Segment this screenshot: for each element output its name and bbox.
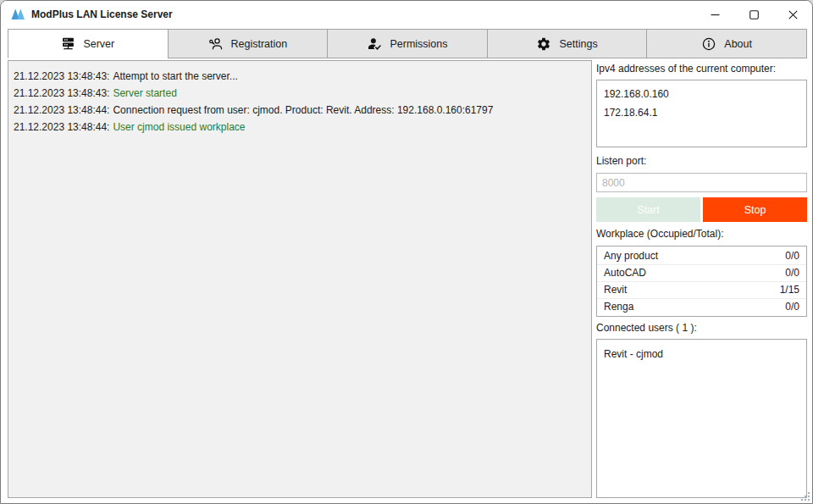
maximize-button[interactable] [734, 1, 773, 28]
window-title: ModPlus LAN License Server [31, 8, 173, 20]
modplus-logo-icon [11, 8, 25, 20]
log-entry: 21.12.2023 13:48:44:Connection request f… [14, 102, 586, 119]
log-timestamp: 21.12.2023 13:48:43: [14, 87, 109, 99]
tab-server-label: Server [83, 38, 114, 50]
server-icon [61, 36, 75, 51]
workplace-count: 0/0 [785, 265, 799, 281]
log-entry: 21.12.2023 13:48:43:Server started [14, 85, 586, 102]
tab-registration-label: Registration [231, 38, 288, 50]
start-button[interactable]: Start [596, 197, 700, 222]
tab-permissions[interactable]: Permissions [327, 29, 488, 58]
resize-grip-icon[interactable] [799, 490, 810, 501]
workplace-label: Workplace (Occupied/Total): [596, 228, 807, 240]
gear-icon [536, 36, 551, 52]
app-window: ModPlus LAN License Server [0, 0, 813, 504]
tab-about-label: About [724, 38, 752, 50]
ipv4-label: Ipv4 addresses of the current computer: [596, 63, 807, 75]
stop-button[interactable]: Stop [703, 197, 807, 222]
person-check-icon [367, 36, 382, 52]
log-timestamp: 21.12.2023 13:48:43: [14, 70, 109, 82]
workplace-product: Renga [604, 299, 633, 315]
log-entry: 21.12.2023 13:48:44:User cjmod issued wo… [14, 119, 586, 136]
connected-users-list[interactable]: Revit - cjmod [596, 339, 807, 498]
workplace-product: Any product [604, 248, 658, 264]
workplace-row[interactable]: Renga 0/0 [597, 299, 806, 315]
tab-bar: Server Registration Permissions Settin [8, 29, 807, 58]
minimize-button[interactable] [695, 1, 734, 28]
listen-port-input[interactable] [596, 173, 807, 192]
log-entry: 21.12.2023 13:48:43:Attempt to start the… [14, 68, 586, 85]
title-bar: ModPlus LAN License Server [1, 1, 812, 28]
workplace-row[interactable]: Revit 1/15 [597, 282, 806, 299]
close-button[interactable] [773, 1, 812, 28]
tab-settings[interactable]: Settings [487, 29, 648, 58]
ipv4-address-item[interactable]: 192.168.0.160 [604, 85, 799, 103]
minimize-icon [711, 10, 720, 19]
maximize-icon [749, 10, 759, 19]
log-timestamp: 21.12.2023 13:48:44: [14, 104, 109, 116]
connected-user-item[interactable]: Revit - cjmod [604, 346, 799, 363]
log-timestamp: 21.12.2023 13:48:44: [14, 121, 109, 133]
tab-permissions-label: Permissions [390, 38, 447, 50]
server-log[interactable]: 21.12.2023 13:48:43:Attempt to start the… [8, 60, 592, 498]
server-control-buttons: Start Stop [596, 197, 807, 222]
tab-about[interactable]: About [646, 29, 807, 58]
tab-server[interactable]: Server [8, 29, 169, 58]
log-message: Connection request from user: cjmod. Pro… [113, 104, 493, 116]
workplace-row[interactable]: AutoCAD 0/0 [597, 265, 806, 282]
close-icon [788, 10, 798, 19]
tab-registration[interactable]: Registration [168, 29, 329, 58]
key-person-icon [208, 36, 224, 52]
log-message: Server started [113, 87, 176, 99]
log-message: Attempt to start the server... [113, 70, 237, 82]
workplace-count: 0/0 [785, 299, 799, 315]
tab-settings-label: Settings [559, 38, 597, 50]
ipv4-address-item[interactable]: 172.18.64.1 [604, 103, 799, 122]
window-controls [695, 1, 812, 28]
workplace-product: AutoCAD [604, 265, 646, 281]
log-message: User cjmod issued workplace [113, 121, 245, 133]
workplace-count: 1/15 [780, 282, 799, 298]
workplace-count: 0/0 [785, 248, 799, 264]
ipv4-list[interactable]: 192.168.0.160 172.18.64.1 [596, 80, 807, 147]
info-icon [701, 36, 716, 52]
listen-port-label: Listen port: [596, 155, 807, 167]
connected-users-label: Connected users ( 1 ): [596, 322, 807, 334]
workplace-table[interactable]: Any product 0/0 AutoCAD 0/0 Revit 1/15 R… [596, 246, 807, 317]
workplace-product: Revit [604, 282, 627, 298]
workplace-row[interactable]: Any product 0/0 [597, 248, 806, 265]
